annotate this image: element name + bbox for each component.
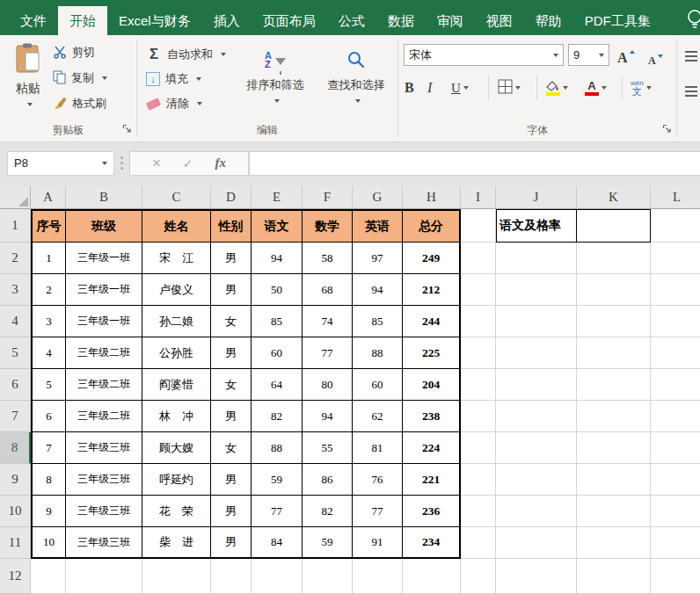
cancel-icon[interactable]: × (152, 156, 161, 170)
cell[interactable] (651, 209, 700, 243)
row-header[interactable]: 2 (0, 243, 31, 274)
format-painter-button[interactable]: 格式刷 (53, 94, 107, 113)
cell[interactable]: 81 (353, 432, 403, 464)
font-color-button[interactable]: A (585, 76, 607, 100)
cell[interactable] (651, 243, 700, 274)
cell[interactable]: 86 (303, 464, 353, 496)
cell[interactable] (461, 401, 496, 432)
cell[interactable]: 10 (31, 527, 66, 559)
cell[interactable]: 55 (303, 432, 353, 464)
cell[interactable] (496, 337, 577, 369)
cell[interactable] (651, 369, 700, 401)
column-header[interactable]: G (353, 186, 403, 208)
cell[interactable] (461, 209, 496, 243)
cell[interactable]: 94 (252, 243, 303, 274)
cell[interactable]: 68 (303, 274, 353, 306)
clear-button[interactable]: 清除 (146, 94, 202, 113)
cell[interactable]: 卢俊义 (142, 274, 211, 306)
cell[interactable]: 5 (31, 369, 66, 401)
cell-j1-label[interactable]: 语文及格率 (496, 209, 577, 243)
autosum-dropdown-arrow[interactable] (221, 53, 226, 56)
paste-dropdown-arrow[interactable] (27, 103, 33, 106)
cell[interactable] (461, 337, 496, 369)
cell[interactable] (461, 369, 496, 401)
cell[interactable] (577, 527, 651, 559)
cell[interactable] (461, 274, 496, 306)
row-header[interactable]: 6 (0, 369, 31, 401)
cell[interactable]: 三年级三班 (66, 496, 142, 527)
cell[interactable]: 74 (303, 306, 353, 337)
header-cell[interactable]: 总分 (403, 209, 461, 243)
cell[interactable]: 94 (303, 401, 353, 432)
cell[interactable] (353, 559, 403, 594)
cell[interactable] (577, 337, 651, 369)
cell[interactable] (496, 527, 577, 559)
tab-formulas[interactable]: 公式 (327, 6, 376, 35)
cell[interactable]: 82 (252, 401, 303, 432)
cell[interactable]: 顾大嫂 (142, 432, 211, 464)
cell[interactable]: 柴 进 (142, 527, 211, 559)
column-header[interactable]: A (31, 186, 66, 208)
cell[interactable]: 94 (353, 274, 403, 306)
borders-button[interactable] (498, 76, 521, 100)
cell[interactable] (496, 401, 577, 432)
cell[interactable] (496, 369, 577, 401)
cell[interactable]: 三年级二班 (66, 401, 142, 432)
cell[interactable] (66, 559, 142, 594)
cell[interactable] (577, 496, 651, 527)
cell[interactable] (651, 401, 700, 432)
tab-help[interactable]: 帮助 (524, 6, 573, 35)
row-header[interactable]: 3 (0, 274, 31, 306)
cell[interactable] (577, 559, 651, 594)
name-box[interactable]: P8 (7, 151, 114, 176)
sort-filter-dropdown-arrow[interactable] (274, 99, 280, 103)
underline-button[interactable]: U (451, 76, 469, 100)
cell[interactable]: 男 (211, 337, 252, 369)
cell[interactable]: 呼延灼 (142, 464, 211, 496)
tab-review[interactable]: 审阅 (426, 6, 475, 35)
cell[interactable]: 男 (211, 496, 252, 527)
cell[interactable] (651, 527, 700, 559)
cell[interactable]: 林 冲 (142, 401, 211, 432)
cell[interactable] (577, 306, 651, 337)
font-name-combo[interactable]: 宋体 (404, 44, 564, 66)
copy-dropdown-arrow[interactable] (102, 76, 107, 80)
tab-pdf-tools[interactable]: PDF工具集 (573, 6, 662, 35)
row-header[interactable]: 5 (0, 337, 31, 369)
cell[interactable]: 60 (252, 337, 303, 369)
cell[interactable]: 212 (403, 274, 461, 306)
cell[interactable] (252, 559, 303, 594)
cell[interactable]: 59 (252, 464, 303, 496)
header-cell[interactable]: 英语 (353, 209, 403, 243)
cell[interactable] (577, 401, 651, 432)
tab-insert[interactable]: 插入 (202, 6, 252, 35)
cell[interactable]: 88 (353, 337, 403, 369)
clear-dropdown-arrow[interactable] (197, 102, 202, 105)
paste-button[interactable]: 粘贴 (7, 42, 49, 134)
cell[interactable]: 男 (211, 401, 252, 432)
cell[interactable]: 男 (211, 243, 252, 274)
cell[interactable]: 84 (252, 527, 303, 559)
cell[interactable]: 234 (403, 527, 461, 559)
cell[interactable]: 三年级三班 (66, 464, 142, 496)
cell[interactable] (461, 432, 496, 464)
formula-bar-grip[interactable] (114, 156, 129, 170)
cell[interactable]: 1 (31, 243, 66, 274)
shrink-font-button[interactable]: A (648, 46, 656, 68)
cell[interactable]: 82 (303, 496, 353, 527)
row-header[interactable]: 1 (0, 209, 31, 243)
cell[interactable]: 三年级一班 (66, 274, 142, 306)
column-header[interactable]: B (66, 186, 142, 208)
cell[interactable]: 88 (252, 432, 303, 464)
cell[interactable] (403, 559, 461, 594)
cell[interactable] (651, 274, 700, 306)
cell[interactable]: 女 (211, 369, 252, 401)
cell[interactable]: 7 (31, 432, 66, 464)
bold-button[interactable]: B (405, 76, 414, 100)
cell[interactable]: 三年级三班 (66, 432, 142, 464)
header-cell[interactable]: 数学 (303, 209, 353, 243)
cut-button[interactable]: 剪切 (53, 43, 107, 62)
cell[interactable]: 50 (252, 274, 303, 306)
cell[interactable]: 3 (31, 306, 66, 337)
cell[interactable] (461, 306, 496, 337)
